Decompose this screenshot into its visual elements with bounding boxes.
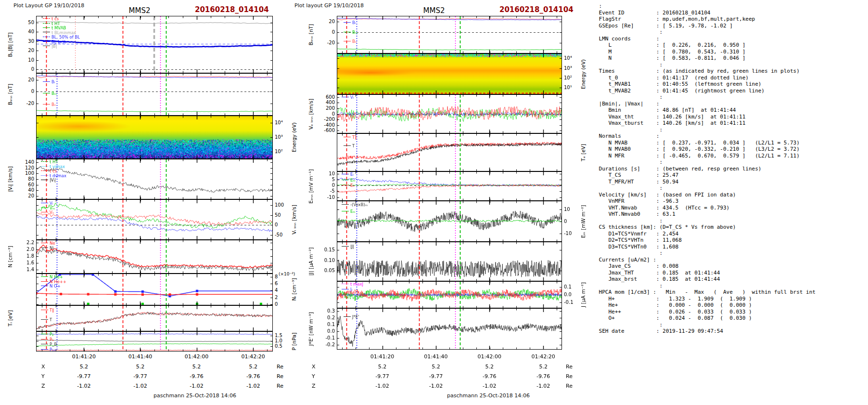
blmn-panel-canvas — [337, 16, 562, 53]
legend-entry: |J| — [342, 245, 354, 249]
legend-line-sample — [41, 319, 48, 320]
left-xtick-label: 01:42:20 — [236, 353, 270, 360]
legend-line-sample — [344, 41, 351, 41]
legend-entry: Eₘ — [342, 178, 356, 183]
middle-axis-value: 5.2 — [470, 364, 509, 370]
electron-spectrogram-panel-ytick: 10² — [564, 75, 572, 80]
vi-mag-panel-ytick: 60 — [15, 182, 34, 187]
legend-line-sample — [41, 212, 48, 212]
legend-label: t dvmax — [50, 173, 66, 178]
legend-entry: Ni — [41, 246, 55, 251]
legend-label: t vimax — [50, 164, 65, 169]
middle-xtick-label: 01:41:20 — [366, 353, 399, 360]
blmn-panel-ytick: 0 — [15, 89, 34, 94]
middle-axis-row-label: Y — [312, 373, 315, 379]
ve-lmn-panel-ytick: 600 — [316, 94, 335, 100]
middle-axis-value: -1.02 — [470, 383, 509, 389]
legend-entry: Vₗ — [342, 95, 354, 100]
blmn-panel-ytick: -20 — [15, 101, 34, 106]
legend-label: Vₗ — [50, 201, 53, 206]
em-panel-ylabel: Eₘ [mW m⁻²] — [580, 205, 586, 238]
legend-label: T∥ — [352, 135, 357, 140]
event-info-panel: : Event ID : 20160218_014104 FlagStr : m… — [596, 3, 816, 335]
legend-label: Jₗ — [350, 287, 352, 292]
left-axis-value: -1.02 — [64, 383, 103, 389]
legend-line-sample — [344, 316, 351, 317]
vi-lmn-panel-ytick: 0 — [275, 222, 278, 227]
legend-line-sample — [43, 31, 50, 33]
ti-panel-canvas — [36, 305, 273, 331]
legend-line-sample — [41, 175, 48, 176]
density-panel-ytick: 1.8 — [15, 253, 34, 259]
legend-entry: BL brst — [43, 40, 80, 45]
je-panel-ytick: 0.3 — [316, 308, 335, 314]
left-title: MMS2 — [120, 6, 159, 15]
ve-lmn-panel-canvas — [337, 94, 562, 133]
legend-label: |B| — [51, 44, 57, 49]
legend-label: Bₙ — [352, 39, 357, 44]
vi-lmn-panel-ylabel: Vᵢ ₗₘₙ [km/s] — [291, 205, 297, 235]
legend-entry: T∥ — [344, 135, 357, 140]
legend-line-sample — [342, 174, 349, 174]
left-axis-row-label: Y — [41, 373, 45, 379]
pressure-panel-ytick: 1.5 — [275, 333, 282, 338]
blmn-panel-ytick: 20 — [15, 77, 34, 82]
legend-line-sample — [41, 208, 48, 208]
legend-line-sample — [344, 32, 351, 32]
vi-mag-panel-ytick: 100 — [15, 170, 34, 176]
pressure-panel-legend: PₚPₑP_BPₜₒₜ — [41, 332, 57, 353]
ve-lmn-panel-ytick: 200 — [316, 105, 335, 111]
legend-line-sample — [41, 349, 48, 350]
bl-b-panel-ytick: 40 — [15, 29, 34, 34]
legend-line-sample — [342, 204, 349, 205]
elmn-panel-legend: EₗEₘEₙ — [342, 172, 356, 189]
middle-axis-row-label: X — [312, 364, 316, 370]
blmn-panel-legend: BₗBₘBₙ — [43, 80, 57, 114]
bl-b-panel-ylabel: Bₗ,|B| [nT] — [7, 32, 13, 57]
legend-label: Vₙ — [50, 210, 54, 215]
legend-line-sample — [344, 145, 351, 146]
legend-line-sample — [43, 37, 50, 37]
ni-species-panel-ylabel2: (×10⁻²) — [279, 272, 295, 276]
legend-label: P_B — [50, 342, 57, 347]
j-lmn-panel-ytick: 0.1 — [564, 284, 572, 289]
vi-mag-panel-ytick: 40 — [15, 187, 34, 193]
legend-label: -(VexB)ₘ — [350, 202, 368, 207]
legend-line-sample — [41, 276, 48, 277]
legend-line-sample — [43, 93, 50, 93]
left-axis-value: -9.76 — [234, 373, 272, 379]
legend-label: Bₗ — [51, 79, 55, 84]
ve-lmn-panel-ytick: -400 — [316, 122, 335, 128]
middle-xtick-label: 01:41:40 — [419, 353, 453, 360]
legend-line-sample — [41, 161, 48, 162]
legend-label: Ne — [50, 241, 55, 246]
legend-entry: N O+ — [41, 284, 66, 289]
legend-line-sample — [41, 166, 48, 167]
legend-entry: |Vᵢ| — [41, 178, 66, 183]
legend-label: T — [50, 317, 52, 322]
left-axis-value: -9.76 — [178, 373, 216, 379]
ve-lmn-panel-ytick: -200 — [316, 117, 335, 122]
elmn-panel-ytick: 0 — [316, 183, 335, 188]
legend-entry: Jₘ — [342, 292, 363, 297]
legend-label: N O+ — [50, 284, 61, 288]
legend-line-sample — [43, 18, 50, 19]
legend-entry: Pₚ — [41, 332, 57, 337]
density-panel-legend: NeNi — [41, 241, 55, 250]
bl-b-panel-ytick: 0 — [15, 66, 34, 72]
legend-line-sample — [342, 185, 349, 185]
legend-entry: t maxJ — [342, 282, 363, 287]
legend-entry: T∥ — [41, 308, 54, 313]
bl-b-panel-ytick: 50 — [15, 20, 34, 25]
vi-lmn-panel-ytick: 50 — [275, 212, 281, 218]
middle-xtick-label: 01:42:00 — [472, 353, 506, 360]
em-panel-canvas — [337, 201, 562, 242]
ion-spectrogram-panel-ytick: 10² — [275, 149, 283, 154]
legend-entry: J*E' — [344, 315, 359, 320]
jmag-panel-legend: |J| — [342, 245, 354, 249]
legend-line-sample — [43, 27, 50, 28]
left-axis-unit: Re — [277, 373, 283, 379]
elmn-panel-ytick: -10 — [316, 195, 335, 200]
electron-spectrogram-panel-ytick: 10³ — [564, 65, 572, 71]
legend-entry: Bₗ — [43, 80, 57, 85]
